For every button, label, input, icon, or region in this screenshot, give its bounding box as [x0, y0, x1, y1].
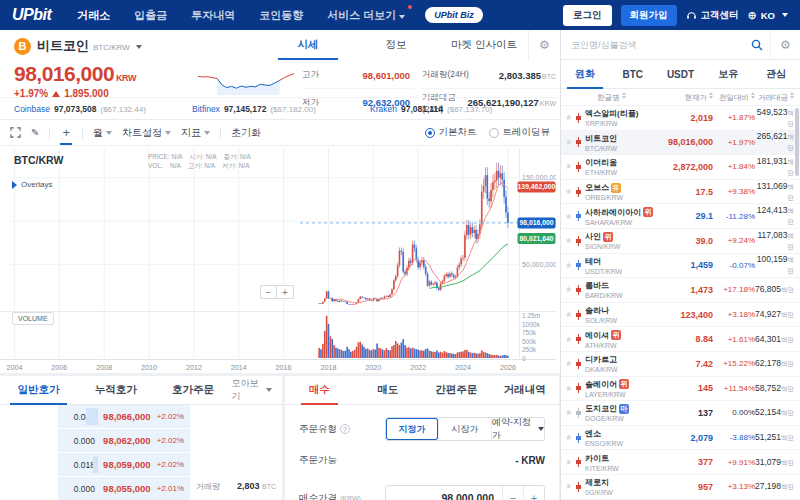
coin-row-xrp[interactable]: ★엑스알피(리플)XRP/KRW2,019+1.87%549,523백만 — [561, 106, 800, 131]
star-icon[interactable]: ★ — [565, 162, 576, 171]
tab-favorites[interactable]: 관심 — [752, 60, 800, 88]
exchange-name[interactable]: Coinbase — [14, 104, 50, 114]
star-icon[interactable]: ★ — [565, 408, 576, 417]
price-increase-button[interactable]: + — [523, 486, 544, 500]
coin-row-ath[interactable]: ★에이셔위ATH/KRW8.84+1.61%64,301백만 — [561, 327, 800, 352]
coin-row-eth[interactable]: ★이더리움ETH/KRW2,872,000+1.84%181,931백만 — [561, 155, 800, 180]
draw-tool-icon[interactable]: ✎ — [31, 127, 39, 138]
overlays-toggle[interactable]: Overlays — [12, 180, 53, 189]
exchange-name[interactable]: Bitfinex — [192, 104, 220, 114]
nav-item-coin-trends[interactable]: 코인동향 — [259, 8, 303, 23]
indicators-dropdown[interactable]: 지표 — [181, 126, 210, 140]
column-name[interactable]: 한글명 — [565, 92, 655, 103]
coin-row-bard[interactable]: ★롬바드BARD/KRW1,473+17.18%76,805백만 — [561, 278, 800, 303]
group-view-dropdown[interactable]: 모아보기 — [232, 376, 282, 404]
nav-item-exchange[interactable]: 거래소 — [77, 8, 110, 23]
upbit-logo[interactable]: UPbit — [12, 6, 51, 24]
coin-row-btc[interactable]: ★비트코인BTC/KRW98,016,000+1.97%265,621백만 — [561, 131, 800, 156]
radio-tradingview[interactable]: 트레이딩뷰 — [489, 126, 551, 139]
order-type-limit[interactable]: 지정가 — [386, 418, 438, 440]
coin-row-enso[interactable]: ★엔소ENSO/KRW2,079-3.88%51,251백만 — [561, 426, 800, 451]
column-change[interactable]: 전일대비 — [713, 92, 755, 103]
star-icon[interactable]: ★ — [565, 261, 576, 270]
coin-row-layer[interactable]: ★솔레이어위LAYER/KRW145+11.54%58,752백만 — [561, 377, 800, 402]
tab-quick-order[interactable]: 간편주문 — [422, 376, 491, 404]
add-chart-icon[interactable]: + — [60, 125, 72, 140]
order-type-market[interactable]: 시장가 — [438, 418, 491, 440]
ask-price[interactable]: 98,062,000+2.02% — [98, 429, 190, 452]
star-icon[interactable]: ★ — [565, 113, 576, 122]
tab-trade-history[interactable]: 거래내역 — [491, 376, 560, 404]
support-link[interactable]: 고객센터 — [686, 9, 739, 22]
ask-price[interactable]: 98,059,000+2.02% — [98, 453, 190, 476]
star-icon[interactable]: ★ — [565, 433, 576, 442]
star-icon[interactable]: ★ — [565, 384, 576, 393]
coin-row-doge[interactable]: ★도지코인마DOGE/KRW1370.00%52,154백만 — [561, 401, 800, 426]
order-type-reserve[interactable]: 예약-지정가 — [491, 418, 544, 440]
ask-quantity[interactable]: 0.088 — [58, 405, 98, 428]
coin-row-kite[interactable]: ★카이트KITE/KRW377+9.91%31,079백만 — [561, 450, 800, 475]
star-icon[interactable]: ★ — [565, 138, 576, 147]
tab-usdt-market[interactable]: USDT — [657, 60, 705, 88]
zoom-out-button[interactable]: − — [260, 285, 277, 299]
info-icon[interactable]: ? — [340, 424, 350, 434]
tab-market-insight[interactable]: 마켓 인사이트 — [440, 30, 528, 60]
login-button[interactable]: 로그인 — [563, 5, 612, 26]
ask-quantity[interactable]: 0.018 — [58, 453, 98, 476]
star-icon[interactable]: ★ — [565, 335, 576, 344]
upbit-biz-button[interactable]: UPbit Biz — [425, 7, 483, 23]
coin-dropdown-caret[interactable] — [136, 45, 142, 49]
tab-sell[interactable]: 매도 — [354, 376, 423, 404]
star-icon[interactable]: ★ — [565, 310, 576, 319]
star-icon[interactable]: ★ — [565, 458, 576, 467]
interval-dropdown[interactable]: 월 — [93, 126, 112, 140]
scrollbar[interactable] — [795, 108, 799, 176]
orderbook-ask-row[interactable]: 0.01898,059,000+2.02% — [0, 453, 282, 476]
tab-holdings[interactable]: 보유 — [704, 60, 752, 88]
ask-quantity[interactable]: 0.000 — [58, 429, 98, 452]
nav-item-investments[interactable]: 투자내역 — [191, 8, 235, 23]
orderbook-ask-row[interactable]: 0.00098,062,000+2.02% — [0, 429, 282, 452]
search-icon[interactable] — [744, 39, 770, 51]
star-icon[interactable]: ★ — [565, 359, 576, 368]
tab-btc-market[interactable]: BTC — [609, 60, 657, 88]
column-volume[interactable]: 거래대금 — [755, 92, 794, 103]
coin-row-sahara[interactable]: ★사하라에이아이위SAHARA/KRW29.1-11.28%124,413백만 — [561, 204, 800, 229]
ask-quantity[interactable]: 0.000 — [58, 477, 98, 500]
coin-row-0g[interactable]: ★제로지0G/KRW957+3.13%27,198백만 — [561, 475, 800, 500]
nav-item-deposit[interactable]: 입출금 — [134, 8, 167, 23]
language-selector[interactable]: ⊕ KO — [748, 10, 788, 21]
coin-row-usdt[interactable]: ★테더USDT/KRW1,459-0.07%100,159백만 — [561, 254, 800, 279]
tab-price[interactable]: 시세 — [264, 30, 352, 60]
signup-button[interactable]: 회원가입 — [621, 5, 677, 26]
gear-icon[interactable]: ⚙ — [770, 30, 800, 59]
radio-basic-chart[interactable]: 기본차트 — [425, 126, 477, 139]
nav-item-more-services[interactable]: 서비스 더보기 — [327, 8, 405, 23]
gear-icon[interactable]: ⚙ — [528, 30, 560, 60]
tab-info[interactable]: 정보 — [352, 30, 440, 60]
coin-row-orbs[interactable]: ★오브스유ORBS/KRW17.5+9.38%131,069백만 — [561, 180, 800, 205]
coin-row-sign[interactable]: ★사인위SIGN/KRW39.0+9.24%117,083백만 — [561, 229, 800, 254]
chart-settings-dropdown[interactable]: 차트설정 — [122, 126, 171, 140]
ask-price[interactable]: 98,066,000+2.02% — [98, 405, 190, 428]
fullscreen-icon[interactable] — [10, 127, 21, 138]
price-chart[interactable]: 150,000,000100,000,00050,000,0001.25m100… — [0, 146, 560, 373]
search-input[interactable] — [571, 40, 744, 50]
star-icon[interactable]: ★ — [565, 236, 576, 245]
star-icon[interactable]: ★ — [565, 187, 576, 196]
price-decrease-button[interactable]: − — [502, 486, 523, 500]
tab-orderbook-order[interactable]: 호가주문 — [154, 376, 231, 404]
tab-cumulative-orderbook[interactable]: 누적호가 — [77, 376, 154, 404]
tab-general-orderbook[interactable]: 일반호가 — [0, 376, 77, 404]
tab-krw-market[interactable]: 원화 — [561, 60, 609, 88]
reset-button[interactable]: 초기화 — [231, 126, 261, 140]
tab-buy[interactable]: 매수 — [285, 376, 354, 404]
column-price[interactable]: 현재가 — [655, 92, 713, 103]
orderbook-ask-row[interactable]: 0.08898,066,000+2.02% — [0, 405, 282, 428]
star-icon[interactable]: ★ — [565, 212, 576, 221]
star-icon[interactable]: ★ — [565, 285, 576, 294]
buy-price-input[interactable]: 98,000,000 — [386, 486, 502, 500]
ask-price[interactable]: 98,055,000+2.01% — [98, 477, 190, 500]
exchange-name[interactable]: Kraken — [370, 104, 397, 114]
zoom-in-button[interactable]: + — [277, 285, 294, 299]
